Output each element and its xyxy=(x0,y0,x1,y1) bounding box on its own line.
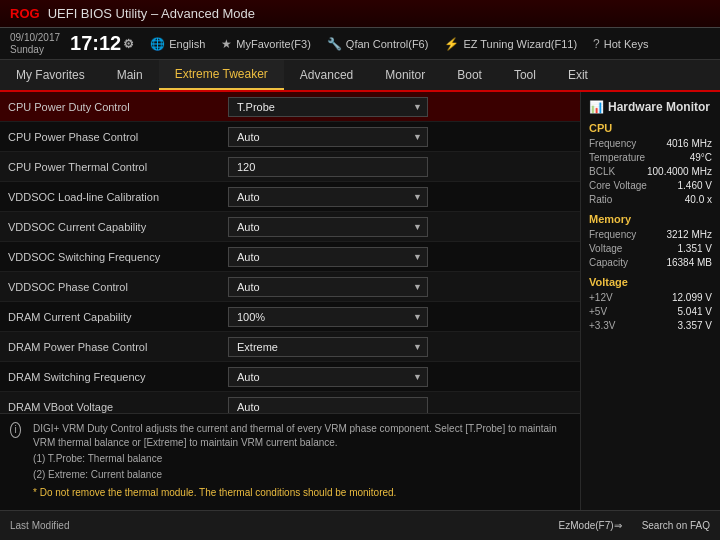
setting-select[interactable]: T.ProbeExtreme xyxy=(228,97,428,117)
setting-label: DRAM Power Phase Control xyxy=(8,341,228,353)
setting-select[interactable]: Auto xyxy=(228,277,428,297)
setting-label: CPU Power Thermal Control xyxy=(8,161,228,173)
sidebar-row-key: Core Voltage xyxy=(589,180,647,191)
sidebar-row-key: Voltage xyxy=(589,243,622,254)
nav-advanced[interactable]: Advanced xyxy=(284,60,369,90)
setting-select[interactable]: Extreme xyxy=(228,337,428,357)
hot-keys-btn[interactable]: ? Hot Keys xyxy=(593,37,648,51)
select-wrapper: Auto xyxy=(228,277,428,297)
info-warning: * Do not remove the thermal module. The … xyxy=(33,486,570,500)
setting-text-input[interactable] xyxy=(228,397,428,414)
sidebar-row-key: Frequency xyxy=(589,229,636,240)
sidebar-row-value: 49°C xyxy=(690,152,712,163)
date-display: 09/10/2017 Sunday xyxy=(10,32,60,56)
setting-label: DRAM VBoot Voltage xyxy=(8,401,228,413)
setting-label: VDDSOC Switching Frequency xyxy=(8,251,228,263)
info-panel: i DIGI+ VRM Duty Control adjusts the cur… xyxy=(0,413,580,510)
sidebar-data-row: +5V5.041 V xyxy=(589,306,712,317)
title-bar-text: UEFI BIOS Utility – Advanced Mode xyxy=(48,6,255,21)
sidebar-row-value: 5.041 V xyxy=(678,306,712,317)
sidebar-data-row: Core Voltage1.460 V xyxy=(589,180,712,191)
sidebar-data-row: Voltage1.351 V xyxy=(589,243,712,254)
setting-row: CPU Power Phase ControlAuto xyxy=(0,122,580,152)
sidebar-data-row: Frequency3212 MHz xyxy=(589,229,712,240)
ez-mode-btn[interactable]: EzMode(F7)⇒ xyxy=(559,520,622,531)
setting-select[interactable]: 100% xyxy=(228,307,428,327)
ez-tuning-btn[interactable]: ⚡ EZ Tuning Wizard(F11) xyxy=(444,37,577,51)
setting-select[interactable]: Auto xyxy=(228,367,428,387)
language-selector[interactable]: 🌐 English xyxy=(150,37,205,51)
my-favorite-btn[interactable]: ★ MyFavorite(F3) xyxy=(221,37,311,51)
select-wrapper: Auto xyxy=(228,217,428,237)
info-note-1: (1) T.Probe: Thermal balance xyxy=(33,452,570,466)
setting-select[interactable]: Auto xyxy=(228,247,428,267)
setting-label: CPU Power Phase Control xyxy=(8,131,228,143)
setting-row: DRAM Current Capability100% xyxy=(0,302,580,332)
sidebar-row-key: Frequency xyxy=(589,138,636,149)
select-wrapper: 100% xyxy=(228,307,428,327)
sidebar-data-row: BCLK100.4000 MHz xyxy=(589,166,712,177)
setting-label: VDDSOC Phase Control xyxy=(8,281,228,293)
nav-bar: My Favorites Main Extreme Tweaker Advanc… xyxy=(0,60,720,92)
main-layout: CPU Power Duty ControlT.ProbeExtremeCPU … xyxy=(0,92,720,510)
nav-tool[interactable]: Tool xyxy=(498,60,552,90)
rog-logo: ROG xyxy=(10,6,40,21)
setting-row: DRAM Power Phase ControlExtreme xyxy=(0,332,580,362)
favorite-icon: ★ xyxy=(221,37,232,51)
qfan-icon: 🔧 xyxy=(327,37,342,51)
sidebar-row-key: Temperature xyxy=(589,152,645,163)
info-icon: i xyxy=(10,422,21,438)
select-wrapper: Auto xyxy=(228,127,428,147)
setting-label: DRAM Switching Frequency xyxy=(8,371,228,383)
gear-icon[interactable]: ⚙ xyxy=(123,37,134,51)
setting-row: VDDSOC Switching FrequencyAuto xyxy=(0,242,580,272)
monitor-icon: 📊 xyxy=(589,100,604,114)
sidebar-row-value: 16384 MB xyxy=(666,257,712,268)
setting-select[interactable]: Auto xyxy=(228,217,428,237)
nav-monitor[interactable]: Monitor xyxy=(369,60,441,90)
sidebar-row-key: Capacity xyxy=(589,257,628,268)
info-bar: 09/10/2017 Sunday 17:12 ⚙ 🌐 English ★ My… xyxy=(0,28,720,60)
search-on-faq-btn[interactable]: Search on FAQ xyxy=(642,520,710,531)
title-bar: ROG UEFI BIOS Utility – Advanced Mode xyxy=(0,0,720,28)
setting-row: CPU Power Duty ControlT.ProbeExtreme xyxy=(0,92,580,122)
setting-row: DRAM VBoot Voltage xyxy=(0,392,580,413)
select-wrapper: Extreme xyxy=(228,337,428,357)
sidebar-data-row: +12V12.099 V xyxy=(589,292,712,303)
sidebar-row-key: +5V xyxy=(589,306,607,317)
content-area: CPU Power Duty ControlT.ProbeExtremeCPU … xyxy=(0,92,580,510)
sidebar-row-key: +3.3V xyxy=(589,320,615,331)
sidebar-row-value: 12.099 V xyxy=(672,292,712,303)
nav-main[interactable]: Main xyxy=(101,60,159,90)
sidebar-section-label: CPU xyxy=(589,122,712,134)
sidebar-row-value: 3212 MHz xyxy=(666,229,712,240)
nav-exit[interactable]: Exit xyxy=(552,60,604,90)
settings-list: CPU Power Duty ControlT.ProbeExtremeCPU … xyxy=(0,92,580,413)
setting-select[interactable]: Auto xyxy=(228,127,428,147)
nav-boot[interactable]: Boot xyxy=(441,60,498,90)
sidebar-data-row: Frequency4016 MHz xyxy=(589,138,712,149)
footer: Last Modified EzMode(F7)⇒ Search on FAQ xyxy=(0,510,720,540)
language-icon: 🌐 xyxy=(150,37,165,51)
setting-select[interactable]: Auto xyxy=(228,187,428,207)
sidebar-row-key: Ratio xyxy=(589,194,612,205)
qfan-control-btn[interactable]: 🔧 Qfan Control(F6) xyxy=(327,37,429,51)
setting-text-input[interactable] xyxy=(228,157,428,177)
setting-row: VDDSOC Current CapabilityAuto xyxy=(0,212,580,242)
sidebar-row-value: 4016 MHz xyxy=(666,138,712,149)
setting-row: CPU Power Thermal Control xyxy=(0,152,580,182)
sidebar-data-row: Ratio40.0 x xyxy=(589,194,712,205)
select-wrapper: T.ProbeExtreme xyxy=(228,97,428,117)
sidebar-data-row: Capacity16384 MB xyxy=(589,257,712,268)
setting-row: VDDSOC Phase ControlAuto xyxy=(0,272,580,302)
sidebar-row-value: 3.357 V xyxy=(678,320,712,331)
footer-actions: EzMode(F7)⇒ Search on FAQ xyxy=(559,520,710,531)
nav-extreme-tweaker[interactable]: Extreme Tweaker xyxy=(159,60,284,90)
sidebar-title: 📊 Hardware Monitor xyxy=(589,100,712,114)
setting-label: DRAM Current Capability xyxy=(8,311,228,323)
nav-my-favorites[interactable]: My Favorites xyxy=(0,60,101,90)
select-wrapper: Auto xyxy=(228,247,428,267)
info-text: DIGI+ VRM Duty Control adjusts the curre… xyxy=(33,422,570,450)
setting-row: DRAM Switching FrequencyAuto xyxy=(0,362,580,392)
sidebar-data-row: +3.3V3.357 V xyxy=(589,320,712,331)
